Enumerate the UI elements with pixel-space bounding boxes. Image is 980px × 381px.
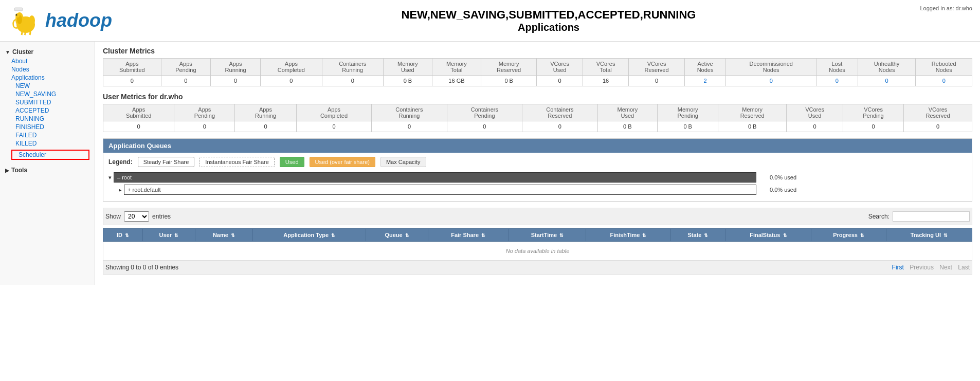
um-header-apps-submitted: AppsSubmitted [103,104,174,121]
top-header: hadoop NEW,NEW_SAVING,SUBMITTED,ACCEPTED… [0,0,980,42]
queue-root-bar[interactable]: – root [114,172,756,183]
cm-header-memory-used: MemoryUsed [383,59,432,76]
um-val-containers-running: 0 [372,121,447,132]
um-val-memory-reserved: 0 B [718,121,787,132]
cm-header-decommissioned-nodes: DecommissionedNodes [726,59,816,76]
queue-root-used: 0.0% used [760,174,796,180]
cluster-arrow-icon: ▼ [5,49,10,55]
main-content: Cluster Metrics AppsSubmitted AppsPendin… [95,42,980,285]
sidebar-app-new-saving[interactable]: NEW_SAVING [15,90,89,98]
cm-header-vcores-used: VCoresUsed [537,59,583,76]
sidebar-app-running[interactable]: RUNNING [15,115,89,123]
cm-val-memory-used: 0 B [383,76,432,86]
th-user[interactable]: User ⇅ [142,229,195,242]
cm-header-vcores-reserved: VCoresReserved [629,59,684,76]
queue-root-expand-icon[interactable]: ▾ [108,174,112,181]
sidebar-tools-title[interactable]: ▶ Tools [5,165,89,175]
pagination-first[interactable]: First [892,264,904,271]
data-table-section: Show 20 50 100 entries Search: [103,208,972,275]
um-val-vcores-pending: 0 [843,121,904,132]
um-header-memory-pending: MemoryPending [658,104,718,121]
cm-header-memory-total: MemoryTotal [432,59,481,76]
sidebar-app-killed[interactable]: KILLED [15,139,89,148]
show-entries-select[interactable]: 20 50 100 [124,211,149,222]
sidebar-tools-section: ▶ Tools [5,165,89,175]
sidebar-cluster-section: ▼ Cluster About Nodes Applications NEW N… [5,47,89,160]
th-application-type[interactable]: Application Type ⇅ [253,229,366,242]
pagination-last: Last [958,264,970,271]
um-data-row: 0 0 0 0 0 0 0 0 B 0 B 0 B 0 0 0 [103,121,972,132]
entries-label: entries [152,213,171,220]
cm-val-rebooted-nodes[interactable]: 0 [916,76,972,86]
cm-val-active-nodes[interactable]: 2 [684,76,726,86]
cm-val-lost-nodes[interactable]: 0 [816,76,858,86]
cm-header-lost-nodes: LostNodes [816,59,858,76]
um-header-apps-pending: AppsPending [174,104,235,121]
um-header-vcores-pending: VCoresPending [843,104,904,121]
th-name[interactable]: Name ⇅ [195,229,252,242]
legend-label: Legend: [108,158,133,166]
queue-default-label: + root.default [128,187,161,193]
th-progress[interactable]: Progress ⇅ [811,229,886,242]
cm-val-apps-pending: 0 [161,76,210,86]
application-queues-section: Application Queues Legend: Steady Fair S… [103,138,972,202]
tools-arrow-icon: ▶ [5,168,9,173]
search-input[interactable] [893,211,970,222]
showing-entries-text: Showing 0 to 0 of 0 entries [105,264,178,271]
th-queue[interactable]: Queue ⇅ [366,229,428,242]
pagination-next: Next [939,264,952,271]
cm-val-containers-running: 0 [322,76,383,86]
show-entries-row: Show 20 50 100 entries Search: [103,208,972,225]
legend-used: Used [280,157,304,167]
th-start-time[interactable]: StartTime ⇅ [509,229,586,242]
th-fair-share[interactable]: Fair Share ⇅ [428,229,509,242]
um-header-apps-completed: AppsCompleted [296,104,371,121]
queue-default-bar[interactable]: + root.default [124,185,756,195]
um-header-memory-reserved: MemoryReserved [718,104,787,121]
table-footer: Showing 0 to 0 of 0 entries First Previo… [103,261,972,275]
cluster-metrics-table: AppsSubmitted AppsPending AppsRunning Ap… [103,58,972,86]
sidebar-nodes-link[interactable]: Nodes [5,65,89,74]
cm-val-unhealthy-nodes[interactable]: 0 [858,76,916,86]
cm-val-apps-running: 0 [210,76,260,86]
sidebar-about-link[interactable]: About [5,57,89,65]
th-final-status[interactable]: FinalStatus ⇅ [725,229,811,242]
logged-in-label: Logged in as: dr.who [920,5,972,11]
um-val-apps-completed: 0 [296,121,371,132]
svg-point-2 [29,15,35,26]
pagination-previous: Previous [910,264,934,271]
th-finish-time[interactable]: FinishTime ⇅ [586,229,670,242]
th-state[interactable]: State ⇅ [670,229,725,242]
um-header-memory-used: MemoryUsed [597,104,658,121]
sidebar-cluster-title[interactable]: ▼ Cluster [5,47,89,57]
cm-val-memory-total: 16 GB [432,76,481,86]
sidebar-app-submitted[interactable]: SUBMITTED [15,98,89,106]
legend-steady-fair-share: Steady Fair Share [138,157,195,167]
legend-used-over-fair: Used (over fair share) [310,157,375,167]
legend-instantaneous-fair-share: Instantaneous Fair Share [199,157,275,167]
sidebar-applications-link[interactable]: Applications [5,74,89,82]
sidebar-scheduler-link[interactable]: Scheduler [11,150,89,160]
cm-val-vcores-used: 0 [537,76,583,86]
th-tracking-ui[interactable]: Tracking UI ⇅ [886,229,972,242]
show-entries-left: Show 20 50 100 entries [105,211,171,222]
um-val-vcores-used: 0 [787,121,843,132]
cm-val-apps-completed: 0 [261,76,322,86]
sidebar-app-new[interactable]: NEW [15,82,89,90]
sidebar-app-accepted[interactable]: ACCEPTED [15,106,89,115]
page-title-area: NEW,NEW_SAVING,SUBMITTED,ACCEPTED,RUNNIN… [128,8,970,33]
sidebar-app-failed[interactable]: FAILED [15,131,89,139]
sidebar-app-sublinks: NEW NEW_SAVING SUBMITTED ACCEPTED RUNNIN… [5,82,89,148]
sidebar-app-finished[interactable]: FINISHED [15,123,89,131]
queue-default-used: 0.0% used [760,187,796,193]
um-header-containers-reserved: ContainersReserved [522,104,597,121]
queue-default-expand-icon[interactable]: ▸ [119,187,122,193]
show-label: Show [105,213,121,220]
cm-header-apps-pending: AppsPending [161,59,210,76]
cm-header-apps-running: AppsRunning [210,59,260,76]
cm-header-apps-submitted: AppsSubmitted [103,59,161,76]
th-id[interactable]: ID ⇅ [103,229,143,242]
um-val-memory-pending: 0 B [658,121,718,132]
page-title-line2: Applications [128,22,970,33]
cm-val-decommissioned-nodes[interactable]: 0 [726,76,816,86]
